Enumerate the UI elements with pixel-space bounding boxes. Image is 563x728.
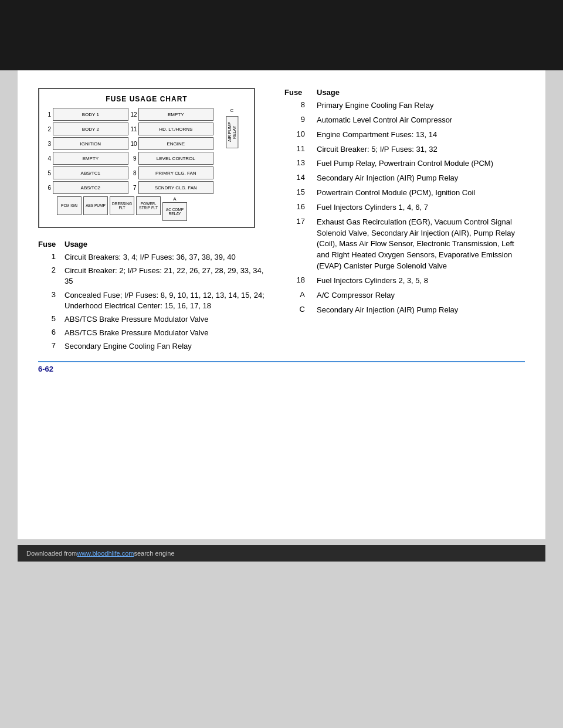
right-num-17: 17	[284, 217, 305, 226]
fuse-box-empty12: EMPTY	[138, 108, 214, 121]
fuse-num-2: 2	[45, 126, 51, 132]
right-text-14: Secondary Air Injection (AIR) Pump Relay	[317, 173, 525, 184]
fuse-box-hdlt: HD. LT./HORNS	[138, 123, 214, 135]
right-entry-16: 16 Fuel Injectors Cylinders 1, 4, 6, 7	[284, 202, 525, 213]
bottom-outer: Downloaded from www.bloodhlife.com searc…	[0, 539, 563, 728]
fuse-box-abstc2: ABS/TC2	[53, 181, 128, 194]
fuse-box-body2: BODY 2	[53, 123, 128, 135]
download-bar: Downloaded from www.bloodhlife.com searc…	[18, 545, 545, 562]
right-text-C: Secondary Air Injection (AIR) Pump Relay	[317, 305, 525, 316]
left-num-6: 6	[38, 328, 56, 336]
left-entry-3: 3 Concealed Fuse; I/P Fuses: 8, 9, 10, 1…	[38, 290, 267, 311]
right-text-10: Engine Compartment Fuses: 13, 14	[317, 130, 525, 141]
fuse-box-abstc1: ABS/TC1	[53, 166, 128, 179]
left-header-usage: Usage	[65, 240, 87, 249]
fuse-num-7: 7	[131, 185, 137, 191]
fuse-row-9: 9 LEVEL CONTROL	[131, 152, 214, 165]
right-text-9: Automatic Level Control Air Compressor	[317, 115, 525, 126]
fuse-row-8: 8 PRIMRY CLG. FAN	[131, 166, 214, 179]
right-num-13: 13	[284, 158, 305, 167]
right-text-8: Primary Engine Cooling Fan Relay	[317, 100, 525, 111]
relay-abspump: ABS PUMP	[83, 196, 108, 215]
right-entry-9: 9 Automatic Level Control Air Compressor	[284, 115, 525, 126]
right-text-18: Fuel Injectors Cylinders 2, 3, 5, 8	[317, 275, 525, 287]
fuse-num-6: 6	[45, 185, 51, 191]
left-entry-2: 2 Circuit Breaker: 2; I/P Fuses: 21, 22,…	[38, 266, 267, 287]
fuse-row-3: 3 IGNITION	[45, 137, 128, 150]
fuse-num-11: 11	[131, 126, 137, 132]
right-entry-8: 8 Primary Engine Cooling Fan Relay	[284, 100, 525, 111]
left-text-3: Concealed Fuse; I/P Fuses: 8, 9, 10, 11,…	[65, 290, 267, 311]
fuse-box-primryclg: PRIMRY CLG. FAN	[138, 166, 214, 179]
right-num-18: 18	[284, 275, 305, 284]
fuse-num-12: 12	[131, 111, 137, 118]
right-text-17: Exhaust Gas Recirculation (EGR), Vacuum …	[317, 217, 525, 272]
fuse-chart-title: FUSE USAGE CHART	[45, 95, 248, 103]
right-num-10: 10	[284, 130, 305, 138]
right-entry-C: C Secondary Air Injection (AIR) Pump Rel…	[284, 305, 525, 316]
fuse-side-relays: C AIR PUMP RELAY	[216, 108, 248, 194]
fuse-box-empty4: EMPTY	[53, 152, 128, 165]
left-num-3: 3	[38, 290, 56, 299]
right-entry-11: 11 Circuit Breaker: 5; I/P Fuses: 31, 32	[284, 144, 525, 155]
left-entry-6: 6 ABS/TCS Brake Pressure Modulator Valve	[38, 328, 267, 338]
right-text-A: A/C Compressor Relay	[317, 290, 525, 301]
left-header-fuse: Fuse	[38, 240, 56, 249]
download-suffix: search engine	[134, 550, 174, 557]
relay-accomp: AC COMP RELAY	[162, 202, 187, 221]
fuse-num-5: 5	[45, 170, 51, 176]
relay-air-pump: AIR PUMP RELAY	[226, 116, 238, 148]
fuse-main-grid: 1 BODY 1 2 BODY 2 3 IGNITION	[45, 108, 248, 194]
right-entry-18: 18 Fuel Injectors Cylinders 2, 3, 5, 8	[284, 275, 525, 287]
right-num-9: 9	[284, 115, 305, 124]
fuse-col-left: 1 BODY 1 2 BODY 2 3 IGNITION	[45, 108, 128, 194]
top-black-bar	[0, 0, 563, 70]
content-area: FUSE USAGE CHART 1 BODY 1 2 BODY 2	[38, 88, 525, 355]
fuse-row-10: 10 ENGINE	[131, 137, 214, 150]
right-entry-10: 10 Engine Compartment Fuses: 13, 14	[284, 130, 525, 141]
right-table-header: Fuse Usage	[284, 88, 525, 97]
left-num-2: 2	[38, 266, 56, 274]
left-num-5: 5	[38, 314, 56, 323]
right-entry-13: 13 Fuel Pump Relay, Powertrain Control M…	[284, 158, 525, 169]
page: { "topBar": { "height": "120px" }, "char…	[0, 0, 563, 728]
fuse-box-engine: ENGINE	[138, 137, 214, 150]
fuse-row-6: 6 ABS/TC2	[45, 181, 128, 194]
fuse-box-ignition: IGNITION	[53, 137, 128, 150]
fuse-box-levelcontrol: LEVEL CONTROL	[138, 152, 214, 165]
left-num-7: 7	[38, 341, 56, 350]
gray-bottom: carmanualsonline.info	[18, 564, 545, 728]
relay-pcmign: PCM IGN	[57, 196, 82, 215]
page-number: 6-62	[38, 365, 53, 373]
left-entry-7: 7 Secondary Engine Cooling Fan Relay	[38, 341, 267, 352]
left-entry-5: 5 ABS/TCS Brake Pressure Modulator Valve	[38, 314, 267, 325]
left-text-5: ABS/TCS Brake Pressure Modulator Valve	[65, 314, 267, 325]
right-num-8: 8	[284, 100, 305, 109]
fuse-box-scndryclg: SCNDRY CLG. FAN	[138, 181, 214, 194]
white-page: FUSE USAGE CHART 1 BODY 1 2 BODY 2	[18, 70, 545, 539]
right-header-fuse: Fuse	[284, 88, 305, 97]
right-num-14: 14	[284, 173, 305, 182]
right-entry-15: 15 Powertrain Control Module (PCM), Igni…	[284, 188, 525, 199]
fuse-box-body1: BODY 1	[53, 108, 128, 121]
download-link[interactable]: www.bloodhlife.com	[77, 550, 134, 557]
left-table-header: Fuse Usage	[38, 240, 267, 249]
download-prefix: Downloaded from	[26, 550, 77, 557]
page-footer: 6-62	[38, 361, 525, 373]
right-entry-17: 17 Exhaust Gas Recirculation (EGR), Vacu…	[284, 217, 525, 272]
left-num-1: 1	[38, 252, 56, 261]
fuse-chart-box: FUSE USAGE CHART 1 BODY 1 2 BODY 2	[38, 88, 255, 228]
left-entry-1: 1 Circuit Breakers: 3, 4; I/P Fuses: 36,…	[38, 252, 267, 263]
left-text-7: Secondary Engine Cooling Fan Relay	[65, 341, 267, 352]
fuse-row-5: 5 ABS/TC1	[45, 166, 128, 179]
right-text-16: Fuel Injectors Cylinders 1, 4, 6, 7	[317, 202, 525, 213]
left-text-1: Circuit Breakers: 3, 4; I/P Fuses: 36, 3…	[65, 252, 267, 263]
right-num-16: 16	[284, 202, 305, 211]
right-text-13: Fuel Pump Relay, Powertrain Control Modu…	[317, 158, 525, 169]
fuse-row-1: 1 BODY 1	[45, 108, 128, 121]
left-column: FUSE USAGE CHART 1 BODY 1 2 BODY 2	[38, 88, 267, 355]
right-text-11: Circuit Breaker: 5; I/P Fuses: 31, 32	[317, 144, 525, 155]
fuse-row-11: 11 HD. LT./HORNS	[131, 123, 214, 135]
left-text-6: ABS/TCS Brake Pressure Modulator Valve	[65, 328, 267, 338]
relay-powerstrip: POWER-STRIP FLT	[136, 196, 161, 215]
